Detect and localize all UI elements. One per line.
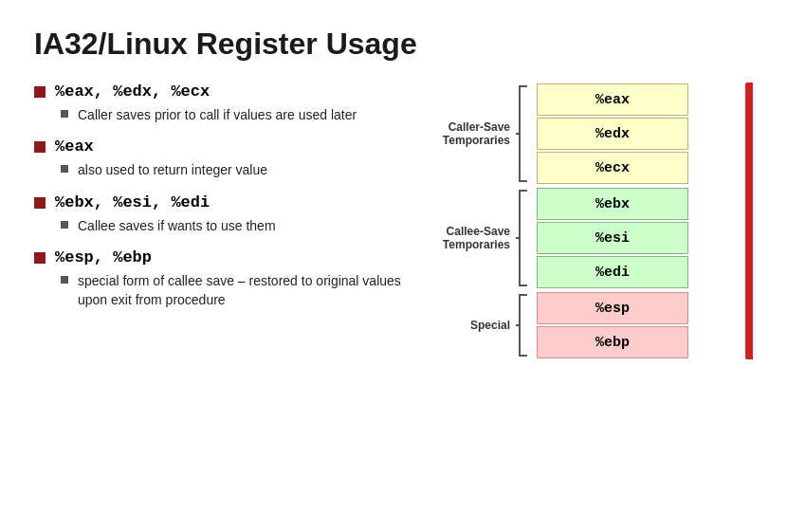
bullet-sub-square-3: [61, 221, 68, 229]
special-label-text-wrap: Special: [470, 319, 510, 332]
bullet-main-text-2: %eax: [55, 138, 94, 156]
red-bar: [745, 83, 753, 359]
bullet-square-2: [34, 141, 46, 153]
special-regs: %esp %ebp: [537, 292, 688, 358]
bullet-main-1: %eax, %edx, %ecx: [34, 83, 404, 101]
special-group: Special %esp %ebp: [413, 291, 753, 359]
bullet-sub-square-4: [61, 276, 68, 284]
callee-save-regs: %ebx %esi %edi: [537, 188, 688, 288]
bullet-sub-square-2: [61, 165, 68, 173]
callee-brace-svg: [514, 187, 531, 289]
reg-esp: %esp: [537, 292, 688, 324]
bullet-sub-1: Caller saves prior to call if values are…: [61, 105, 404, 124]
caller-brace-svg: [514, 83, 531, 185]
callee-save-label-text-wrap: Callee-Save Temporaries: [443, 225, 510, 251]
bullet-group-4: %esp, %ebp special form of callee save –…: [34, 248, 404, 310]
bullet-sub-3: Callee saves if wants to use them: [61, 216, 404, 235]
caller-save-group: Caller-Save Temporaries %eax %edx %ecx: [413, 83, 753, 185]
bullet-sub-text-1: Caller saves prior to call if values are…: [78, 105, 357, 124]
callee-save-label: Callee-Save: [447, 225, 510, 238]
bullet-main-4: %esp, %ebp: [34, 248, 404, 266]
caller-save-regs: %eax %edx %ecx: [537, 83, 688, 184]
special-brace-svg: [514, 291, 531, 359]
bullet-sub-2: also used to return integer value: [61, 160, 404, 179]
bullet-main-text-3: %ebx, %esi, %edi: [55, 193, 210, 211]
left-column: %eax, %edx, %ecx Caller saves prior to c…: [34, 83, 404, 359]
bullet-sub-4: special form of callee save – restored t…: [61, 271, 404, 310]
special-label-area: Special: [413, 291, 537, 359]
bullet-group-3: %ebx, %esi, %edi Callee saves if wants t…: [34, 193, 404, 235]
reg-edx: %edx: [537, 118, 688, 150]
slide: IA32/Linux Register Usage %eax, %edx, %e…: [0, 0, 787, 532]
bullet-main-3: %ebx, %esi, %edi: [34, 193, 404, 211]
bullet-sub-square-1: [61, 110, 68, 118]
special-label: Special: [470, 319, 510, 332]
right-column: Caller-Save Temporaries %eax %edx %ecx: [404, 78, 753, 359]
callee-save-label2: Temporaries: [443, 238, 510, 251]
reg-edi: %edi: [537, 256, 688, 288]
callee-save-label-area: Callee-Save Temporaries: [413, 187, 537, 289]
bullet-sub-text-3: Callee saves if wants to use them: [78, 216, 276, 235]
bullet-sub-text-2: also used to return integer value: [78, 160, 267, 179]
bullet-square-3: [34, 197, 46, 209]
bullet-main-text-1: %eax, %edx, %ecx: [55, 83, 210, 101]
reg-ebx: %ebx: [537, 188, 688, 220]
caller-save-label2: Temporaries: [443, 134, 510, 147]
bullet-square-4: [34, 252, 46, 264]
content-area: %eax, %edx, %ecx Caller saves prior to c…: [34, 83, 753, 359]
reg-ebp: %ebp: [537, 326, 688, 358]
bullet-main-text-4: %esp, %ebp: [55, 248, 152, 266]
caller-save-label-area: Caller-Save Temporaries: [413, 83, 537, 185]
reg-esi: %esi: [537, 222, 688, 254]
reg-eax: %eax: [537, 83, 688, 116]
bullet-group-2: %eax also used to return integer value: [34, 138, 404, 179]
caller-save-label: Caller-Save: [448, 120, 510, 134]
callee-save-group: Callee-Save Temporaries %ebx %esi %edi: [413, 187, 753, 289]
reg-ecx: %ecx: [537, 152, 688, 184]
bullet-square-1: [34, 86, 46, 98]
slide-title: IA32/Linux Register Usage: [34, 27, 753, 62]
caller-save-label-text-wrap: Caller-Save Temporaries: [443, 120, 510, 147]
bullet-group-1: %eax, %edx, %ecx Caller saves prior to c…: [34, 83, 404, 124]
bullet-sub-text-4: special form of callee save – restored t…: [78, 271, 404, 310]
bullet-main-2: %eax: [34, 138, 404, 156]
